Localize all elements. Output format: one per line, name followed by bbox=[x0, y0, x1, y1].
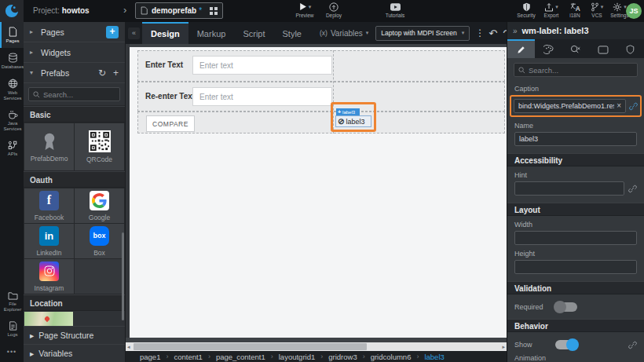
enter-text-label[interactable]: Enter Text bbox=[145, 60, 183, 69]
breadcrumb-gridcolumn6[interactable]: gridcolumn6 bbox=[371, 353, 412, 361]
page-layout-grid-icon[interactable] bbox=[210, 7, 218, 15]
canvas-toolbar: « Design Markup Script Style (x) Variabl… bbox=[126, 22, 507, 44]
tutorials-button[interactable]: Tutorials bbox=[379, 2, 411, 18]
bind-property-icon[interactable] bbox=[629, 102, 638, 111]
pencil-icon bbox=[517, 46, 525, 54]
prefab-card-instagram[interactable]: Instagram bbox=[24, 259, 74, 294]
horizontal-scrollbar[interactable]: ◂ ▸ bbox=[126, 342, 507, 351]
tab-properties[interactable] bbox=[507, 39, 535, 58]
device-selector[interactable]: Laptop with MDPI Screen ▾ bbox=[375, 26, 470, 41]
section-page-structure[interactable]: ▸ Page Structure bbox=[24, 326, 125, 344]
tab-markup[interactable]: Markup bbox=[188, 22, 235, 44]
refresh-prefabs-icon[interactable]: ↻ bbox=[98, 68, 106, 78]
tab-security[interactable] bbox=[617, 39, 644, 58]
shield-icon bbox=[522, 2, 531, 12]
sidebar-item-file-explorer[interactable]: File Explorer bbox=[0, 287, 24, 316]
hint-input[interactable] bbox=[519, 185, 620, 192]
variables-button[interactable]: (x) Variables ▾ bbox=[320, 29, 368, 38]
overflow-menu-icon[interactable]: ••• bbox=[0, 342, 24, 362]
svg-text:A: A bbox=[575, 5, 580, 12]
width-input[interactable] bbox=[519, 234, 632, 242]
tab-device[interactable] bbox=[589, 39, 617, 58]
panel-scrollbar-thumb[interactable] bbox=[122, 232, 124, 320]
section-pages[interactable]: ▸ Pages + bbox=[24, 22, 125, 42]
prefab-card-box[interactable]: box Box bbox=[75, 224, 124, 258]
scroll-right-icon[interactable]: ▸ bbox=[502, 342, 505, 351]
more-options-icon[interactable]: ⋮ bbox=[475, 27, 485, 38]
chevron-down-icon: ▾ bbox=[555, 4, 558, 10]
export-button[interactable]: ▾ Export bbox=[538, 2, 565, 18]
breadcrumb-content1[interactable]: content1 bbox=[174, 353, 202, 361]
tab-style[interactable]: Style bbox=[274, 22, 310, 44]
sidebar-item-databases[interactable]: Databases bbox=[0, 48, 24, 74]
add-prefab-icon[interactable]: + bbox=[113, 68, 119, 78]
caption-input[interactable] bbox=[518, 102, 614, 110]
bind-property-icon[interactable] bbox=[628, 185, 637, 193]
breadcrumb-gridrow3[interactable]: gridrow3 bbox=[328, 353, 357, 361]
magnifier-x-icon bbox=[570, 45, 580, 54]
tab-design[interactable]: Design bbox=[142, 22, 188, 44]
prefab-card-facebook[interactable]: f Facebook bbox=[24, 188, 74, 223]
tab-search-properties[interactable] bbox=[562, 39, 590, 58]
empty-card-cell bbox=[75, 259, 124, 294]
prefab-card-qrcode[interactable]: QRCode bbox=[75, 123, 124, 170]
height-input[interactable] bbox=[519, 263, 632, 271]
deploy-button[interactable]: Deploy bbox=[320, 2, 348, 18]
prefab-card-linkedin[interactable]: in LinkedIn bbox=[24, 224, 74, 258]
design-canvas[interactable]: Enter Text Re-enter Text COMPARE + label… bbox=[130, 44, 507, 338]
tab-styles[interactable] bbox=[535, 39, 562, 58]
sidebar-item-apis[interactable]: APIs bbox=[0, 136, 24, 161]
clear-icon[interactable]: × bbox=[617, 102, 621, 110]
tab-script[interactable]: Script bbox=[234, 22, 273, 44]
breadcrumb-layoutgrid1[interactable]: layoutgrid1 bbox=[279, 353, 315, 361]
sidebar-item-logs[interactable]: Logs bbox=[0, 316, 24, 342]
section-widgets[interactable]: ▸ Widgets bbox=[24, 42, 125, 63]
reenter-text-input[interactable] bbox=[192, 87, 332, 106]
caption-label: Caption bbox=[514, 85, 637, 93]
prefab-search-input[interactable] bbox=[43, 90, 115, 99]
prefab-card-map-clipped[interactable] bbox=[24, 312, 73, 327]
user-avatar[interactable]: JS bbox=[626, 3, 642, 19]
prefab-card-prefabdemo[interactable]: PrefabDemo bbox=[24, 123, 74, 170]
project-name: Project: howtos bbox=[33, 6, 90, 15]
section-behavior: Behavior bbox=[507, 319, 644, 332]
collapse-left-panel-button[interactable]: « bbox=[128, 27, 140, 39]
activity-bar: Pages Databases Web Services Java Servic… bbox=[0, 22, 24, 362]
undo-button[interactable]: ↶ bbox=[488, 27, 497, 39]
add-page-button[interactable]: + bbox=[106, 26, 119, 38]
wavemaker-logo[interactable] bbox=[0, 0, 24, 22]
collapse-right-panel-button[interactable]: » bbox=[513, 27, 518, 35]
breadcrumb-page-content1[interactable]: page_content1 bbox=[216, 353, 265, 361]
sidebar-item-web-services[interactable]: Web Services bbox=[0, 74, 24, 105]
translate-icon: A bbox=[570, 2, 580, 12]
scroll-left-icon[interactable]: ◂ bbox=[127, 342, 130, 351]
breadcrumb-page1[interactable]: page1 bbox=[140, 353, 160, 361]
sidebar-item-java-services[interactable]: Java Services bbox=[0, 105, 24, 136]
sidebar-item-pages[interactable]: Pages bbox=[0, 22, 24, 48]
breadcrumb-label3[interactable]: label3 bbox=[424, 353, 444, 361]
play-icon bbox=[298, 2, 307, 11]
bind-property-icon[interactable] bbox=[628, 341, 637, 349]
scrollbar-thumb[interactable] bbox=[134, 343, 367, 350]
expand-arrow-icon: ▸ bbox=[30, 349, 34, 358]
prefab-card-google[interactable]: Google bbox=[75, 188, 124, 223]
caption-highlight-annotation: × bbox=[510, 95, 642, 117]
required-toggle[interactable] bbox=[555, 302, 577, 312]
section-variables[interactable]: ▸ Variables bbox=[24, 344, 125, 362]
compare-button[interactable]: COMPARE bbox=[146, 115, 195, 132]
wavemaker-logo-icon bbox=[5, 4, 19, 18]
instagram-icon bbox=[39, 261, 59, 281]
qrcode-icon bbox=[89, 130, 111, 152]
editor-workspace: « Design Markup Script Style (x) Variabl… bbox=[126, 22, 507, 362]
preview-button[interactable]: ▾ Preview bbox=[289, 2, 320, 18]
properties-search-input[interactable] bbox=[529, 66, 633, 75]
reenter-text-label[interactable]: Re-enter Text bbox=[145, 92, 195, 101]
chevron-down-icon: ▾ bbox=[601, 4, 604, 10]
show-toggle[interactable] bbox=[555, 340, 577, 349]
enter-text-input[interactable] bbox=[192, 56, 332, 75]
name-input[interactable] bbox=[519, 135, 632, 143]
security-button[interactable]: Security bbox=[511, 2, 541, 18]
section-prefabs[interactable]: ▾ Prefabs ↻ + bbox=[24, 63, 125, 83]
page-tab-demoprefab[interactable]: demoprefab * bbox=[135, 2, 223, 19]
activity-bar-spacer bbox=[0, 161, 24, 287]
